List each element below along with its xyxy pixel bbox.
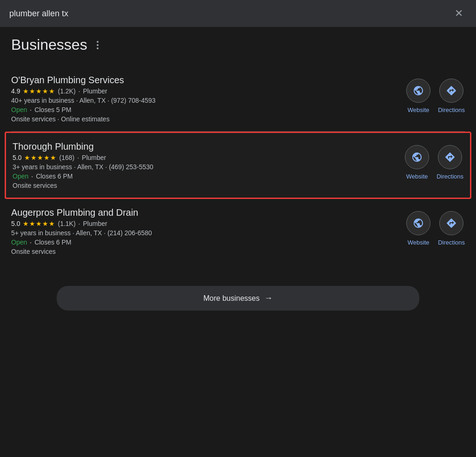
directions-button-obryan[interactable]: Directions	[438, 79, 465, 113]
globe-icon-thorough	[411, 152, 423, 163]
separator2-augerpros: ·	[30, 238, 32, 246]
separator2-thorough: ·	[31, 172, 33, 180]
open-status-obryan: Open	[11, 106, 27, 113]
open-status-thorough: Open	[13, 172, 28, 180]
star1: ★	[23, 220, 29, 227]
services-obryan: Onsite services · Online estimates	[11, 115, 399, 123]
website-button-obryan[interactable]: Website	[406, 79, 430, 113]
businesses-list: O'Bryan Plumbing Services 4.9 ★ ★ ★ ★ ★ …	[11, 65, 465, 264]
business-rating-augerpros: 5.0 ★ ★ ★ ★ ★ (1.1K) · Plumber	[11, 220, 399, 227]
business-card-obryan: O'Bryan Plumbing Services 4.9 ★ ★ ★ ★ ★ …	[11, 66, 465, 132]
services-thorough: Onsite services	[13, 182, 397, 189]
dot3	[97, 47, 99, 49]
star1: ★	[24, 154, 30, 161]
review-count-obryan: (1.2K)	[58, 87, 75, 95]
website-label-obryan: Website	[408, 106, 430, 113]
search-bar: ✕	[0, 0, 476, 27]
star1: ★	[23, 87, 29, 95]
review-count-thorough: (168)	[59, 154, 74, 161]
separator2-obryan: ·	[30, 106, 32, 113]
website-icon-circle-augerpros	[406, 211, 430, 235]
open-status-augerpros: Open	[11, 238, 27, 246]
category-augerpros: Plumber	[83, 220, 107, 227]
status-row-augerpros: Open · Closes 6 PM	[11, 238, 399, 246]
rating-score-thorough: 5.0	[13, 154, 21, 161]
business-rating-thorough: 5.0 ★ ★ ★ ★ ★ (168) · Plumber	[13, 154, 397, 161]
separator-augerpros: ·	[79, 220, 80, 227]
star2: ★	[29, 87, 35, 95]
star3: ★	[36, 220, 42, 227]
website-button-augerpros[interactable]: Website	[406, 211, 430, 246]
directions-icon-augerpros	[446, 218, 457, 229]
more-options-button[interactable]	[94, 39, 101, 51]
category-obryan: Plumber	[83, 87, 107, 95]
website-icon-circle-thorough	[405, 145, 429, 169]
directions-label-obryan: Directions	[438, 106, 465, 113]
rating-score-obryan: 4.9	[11, 87, 20, 95]
star2: ★	[29, 220, 35, 227]
directions-icon-circle-augerpros	[439, 211, 463, 235]
search-input[interactable]	[9, 9, 451, 19]
website-icon-circle-obryan	[406, 79, 430, 103]
business-info-augerpros: Augerpros Plumbing and Drain 5.0 ★ ★ ★ ★…	[11, 207, 406, 255]
dot1	[97, 41, 99, 43]
directions-icon-obryan	[446, 85, 457, 96]
star2: ★	[31, 154, 37, 161]
stars-thorough: ★ ★ ★ ★ ★	[24, 154, 56, 161]
main-content: Businesses O'Bryan Plumbing Services 4.9…	[0, 27, 476, 320]
globe-icon-obryan	[413, 85, 424, 96]
website-button-thorough[interactable]: Website	[405, 145, 429, 180]
business-info-thorough: Thorough Plumbing 5.0 ★ ★ ★ ★ ★ (168) · …	[13, 141, 405, 189]
business-name-obryan[interactable]: O'Bryan Plumbing Services	[11, 75, 399, 86]
business-card-augerpros: Augerpros Plumbing and Drain 5.0 ★ ★ ★ ★…	[11, 199, 465, 264]
more-businesses-label: More businesses	[204, 294, 260, 303]
dot2	[97, 44, 99, 46]
stars-augerpros: ★ ★ ★ ★ ★	[23, 220, 55, 227]
business-details-thorough: 3+ years in business · Allen, TX · (469)…	[13, 163, 397, 171]
business-rating-obryan: 4.9 ★ ★ ★ ★ ★ (1.2K) · Plumber	[11, 87, 399, 95]
star5: ★	[50, 154, 56, 161]
category-thorough: Plumber	[82, 154, 106, 161]
services-augerpros: Onsite services	[11, 248, 399, 255]
star4: ★	[42, 220, 48, 227]
directions-label-thorough: Directions	[436, 173, 463, 180]
separator-thorough: ·	[77, 154, 79, 161]
stars-obryan: ★ ★ ★ ★ ★	[23, 87, 55, 95]
business-details-obryan: 40+ years in business · Allen, TX · (972…	[11, 97, 399, 104]
separator-obryan: ·	[79, 87, 80, 95]
website-label-augerpros: Website	[408, 239, 430, 246]
close-time-thorough: Closes 6 PM	[36, 172, 73, 180]
star5: ★	[49, 87, 55, 95]
section-header: Businesses	[11, 36, 465, 53]
arrow-right-icon: →	[264, 293, 272, 303]
business-actions-obryan: Website Directions	[406, 79, 465, 113]
section-title: Businesses	[11, 36, 87, 53]
business-name-thorough[interactable]: Thorough Plumbing	[13, 141, 397, 152]
close-time-obryan: Closes 5 PM	[34, 106, 71, 113]
rating-score-augerpros: 5.0	[11, 220, 20, 227]
business-info-obryan: O'Bryan Plumbing Services 4.9 ★ ★ ★ ★ ★ …	[11, 75, 406, 123]
business-actions-thorough: Website Directions	[405, 145, 463, 180]
close-time-augerpros: Closes 6 PM	[34, 238, 71, 246]
review-count-augerpros: (1.1K)	[58, 220, 75, 227]
business-card-thorough: Thorough Plumbing 5.0 ★ ★ ★ ★ ★ (168) · …	[5, 132, 471, 199]
status-row-obryan: Open · Closes 5 PM	[11, 106, 399, 113]
star3: ★	[37, 154, 43, 161]
search-clear-button[interactable]: ✕	[451, 7, 467, 20]
more-businesses-button[interactable]: More businesses →	[57, 286, 420, 311]
directions-label-augerpros: Directions	[438, 239, 465, 246]
website-label-thorough: Website	[406, 173, 428, 180]
globe-icon-augerpros	[413, 218, 424, 229]
star4: ★	[44, 154, 50, 161]
directions-icon-circle-obryan	[439, 79, 463, 103]
directions-button-augerpros[interactable]: Directions	[438, 211, 465, 246]
star5: ★	[49, 220, 55, 227]
business-details-augerpros: 5+ years in business · Allen, TX · (214)…	[11, 229, 399, 237]
business-name-augerpros[interactable]: Augerpros Plumbing and Drain	[11, 207, 399, 218]
status-row-thorough: Open · Closes 6 PM	[13, 172, 397, 180]
directions-icon-thorough	[444, 152, 456, 163]
directions-icon-circle-thorough	[438, 145, 462, 169]
business-actions-augerpros: Website Directions	[406, 211, 465, 246]
directions-button-thorough[interactable]: Directions	[436, 145, 463, 180]
star3: ★	[36, 87, 42, 95]
